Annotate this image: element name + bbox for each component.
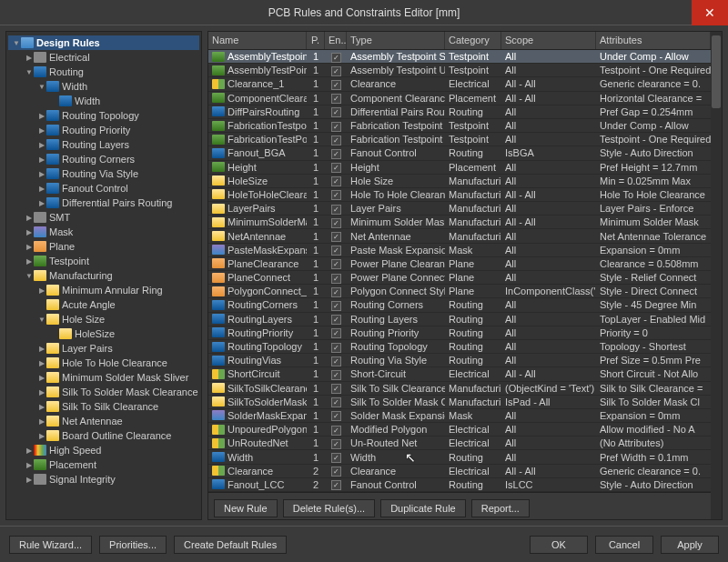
col-attributes[interactable]: Attributes [596,32,711,49]
table-row[interactable]: RoutingTopology1✓Routing TopologyRouting… [208,340,711,354]
table-row[interactable]: Clearance2✓ClearanceElectricalAll - AllG… [208,465,711,478]
cancel-button[interactable]: Cancel [595,536,653,554]
table-row[interactable]: RoutingPriority1✓Routing PriorityRouting… [208,326,711,340]
expand-icon[interactable]: ▼ [37,316,46,324]
expand-icon[interactable]: ▶ [37,170,46,178]
expand-icon[interactable]: ▶ [37,286,46,295]
enabled-checkbox[interactable]: ✓ [331,135,341,146]
enabled-checkbox[interactable]: ✓ [331,397,341,407]
enabled-checkbox[interactable]: ✓ [331,232,341,242]
new-rule-button[interactable]: New Rule [214,499,278,517]
priorities-button[interactable]: Priorities... [99,536,167,554]
expand-icon[interactable]: ▼ [25,272,34,280]
tree-node[interactable]: ▶Testpoint [8,254,199,268]
table-row[interactable]: PolygonConnect_PC1✓Polygon Connect Style… [208,285,711,298]
enabled-checkbox[interactable]: ✓ [331,315,341,325]
table-row[interactable]: FabricationTestPoin1✓Fabrication Testpoi… [208,133,711,146]
enabled-checkbox[interactable]: ✓ [331,94,341,104]
expand-icon[interactable]: ▼ [12,39,21,47]
tree-node[interactable]: ▶Silk To Silk Clearance [8,399,199,414]
tree-node[interactable]: ▶Silk To Solder Mask Clearance [8,385,199,399]
enabled-checkbox[interactable]: ✓ [331,426,341,436]
tree-node[interactable]: HoleSize [8,326,199,341]
duplicate-rule-button[interactable]: Duplicate Rule [380,499,466,517]
table-row[interactable]: MinimumSolderMask1✓Minimum Solder MaskMa… [208,216,711,229]
expand-icon[interactable]: ▶ [37,403,46,411]
expand-icon[interactable]: ▶ [25,228,34,236]
enabled-checkbox[interactable]: ✓ [331,274,341,284]
expand-icon[interactable]: ▶ [25,476,34,484]
tree-node[interactable]: ▶Mask [8,225,199,239]
expand-icon[interactable]: ▶ [25,447,34,455]
tree-node[interactable]: ▼Width [8,79,199,94]
tree-node[interactable]: ▼Routing [8,65,199,79]
tree-node[interactable]: ▼Design Rules [8,35,199,50]
enabled-checkbox[interactable]: ✓ [331,287,341,297]
close-button[interactable]: ✕ [692,0,728,25]
expand-icon[interactable]: ▶ [37,185,46,193]
table-row[interactable]: FabricationTestpoin1✓Fabrication Testpoi… [208,119,711,133]
col-type[interactable]: Type [347,32,445,49]
tree-node[interactable]: ▶Signal Integrity [8,472,199,487]
table-row[interactable]: ComponentClearan1✓Component ClearancePla… [208,92,711,105]
expand-icon[interactable]: ▶ [37,359,46,367]
enabled-checkbox[interactable]: ✓ [331,370,341,380]
enabled-checkbox[interactable]: ✓ [331,66,341,76]
expand-icon[interactable]: ▶ [25,54,34,62]
table-row[interactable]: Fanout_LCC2✓Fanout ControlRoutingIsLCCSt… [208,478,711,492]
expand-icon[interactable]: ▶ [25,243,34,251]
enabled-checkbox[interactable]: ✓ [331,80,341,90]
enabled-checkbox[interactable]: ✓ [331,439,341,449]
tree-node[interactable]: ▶SMT [8,210,199,225]
expand-icon[interactable]: ▼ [25,68,34,76]
col-category[interactable]: Category [445,32,501,49]
enabled-checkbox[interactable]: ✓ [331,107,341,117]
tree-node[interactable]: ▶Net Antennae [8,414,199,428]
col-scope[interactable]: Scope [501,32,596,49]
expand-icon[interactable]: ▶ [37,345,46,353]
table-row[interactable]: SilkToSilkClearance_1✓Silk To Silk Clear… [208,382,711,396]
expand-icon[interactable]: ▶ [37,417,46,426]
tree-node[interactable]: ▶Hole To Hole Clearance [8,356,199,370]
table-row[interactable]: Width1✓WidthRoutingAllPref Width = 0.1mm [208,450,711,464]
expand-icon[interactable]: ▶ [37,126,46,135]
enabled-checkbox[interactable]: ✓ [331,190,341,200]
expand-icon[interactable]: ▶ [37,374,46,382]
tree-node[interactable]: ▶High Speed [8,443,199,457]
enabled-checkbox[interactable]: ✓ [331,53,341,63]
tree-node[interactable]: ▶Minimum Solder Mask Sliver [8,370,199,385]
table-row[interactable]: Fanout_BGA1✓Fanout ControlRoutingIsBGASt… [208,146,711,160]
enabled-checkbox[interactable]: ✓ [331,453,341,463]
table-row[interactable]: UnpouredPolygon1✓Modified PolygonElectri… [208,423,711,437]
enabled-checkbox[interactable]: ✓ [331,328,341,338]
table-row[interactable]: HoleToHoleClearan1✓Hole To Hole Clearanc… [208,188,711,202]
enabled-checkbox[interactable]: ✓ [331,467,341,477]
table-row[interactable]: SolderMaskExpansio1✓Solder Mask Expansio… [208,409,711,423]
tree-node[interactable]: ▼Hole Size [8,312,199,326]
expand-icon[interactable]: ▶ [25,214,34,222]
table-row[interactable]: PlaneConnect1✓Power Plane Connect StyleP… [208,271,711,285]
table-row[interactable]: PlaneClearance1✓Power Plane ClearancePla… [208,257,711,271]
tree-node[interactable]: ▶Electrical [8,50,199,65]
tree-node[interactable]: ▶Routing Topology [8,108,199,123]
grid-scrollbar[interactable] [711,32,722,519]
table-row[interactable]: RoutingVias1✓Routing Via StyleRoutingAll… [208,354,711,367]
enabled-checkbox[interactable]: ✓ [331,343,341,353]
rule-wizard-button[interactable]: Rule Wizard... [9,536,92,554]
tree-node[interactable]: ▶Routing Corners [8,152,199,166]
ok-button[interactable]: OK [530,536,588,554]
enabled-checkbox[interactable]: ✓ [331,356,341,366]
tree-node[interactable]: ▶Placement [8,457,199,472]
col-enabled[interactable]: En... [325,32,347,49]
enabled-checkbox[interactable]: ✓ [331,149,341,159]
col-priority[interactable]: P. [307,32,325,49]
enabled-checkbox[interactable]: ✓ [331,205,341,215]
tree-node[interactable]: ▶Board Outline Clearance [8,428,199,443]
tree-node[interactable]: Acute Angle [8,297,199,312]
table-row[interactable]: UnRoutedNet1✓Un-Routed NetElectricalAll(… [208,437,711,450]
expand-icon[interactable]: ▶ [37,112,46,120]
expand-icon[interactable]: ▼ [37,83,46,91]
table-row[interactable]: LayerPairs1✓Layer PairsManufacturingAllL… [208,202,711,216]
table-row[interactable]: Height1✓HeightPlacementAllPref Height = … [208,161,711,175]
expand-icon[interactable]: ▶ [37,141,46,149]
